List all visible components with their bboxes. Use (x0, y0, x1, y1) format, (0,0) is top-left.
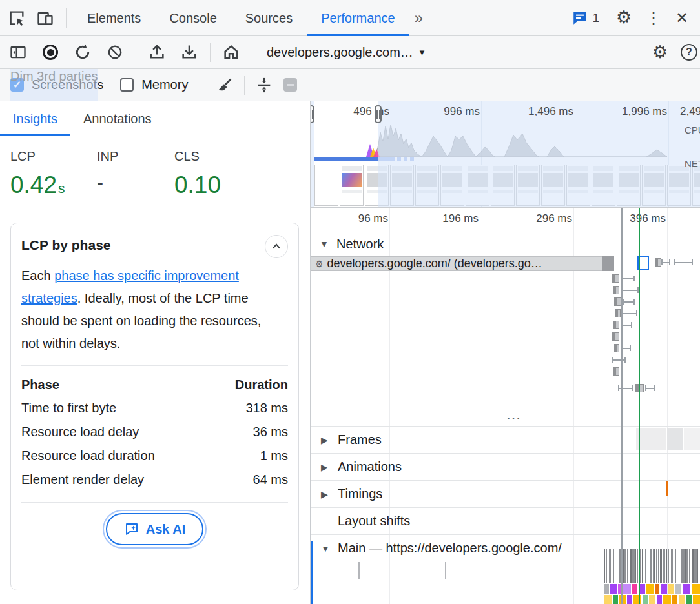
task-stripe[interactable] (642, 549, 643, 583)
network-request-bar[interactable] (612, 332, 619, 341)
flamechart-row[interactable] (604, 584, 700, 594)
task-stripe[interactable] (663, 549, 664, 583)
task-stripe[interactable] (653, 549, 654, 583)
upload-profile-icon[interactable] (145, 41, 169, 64)
home-icon[interactable] (220, 41, 243, 64)
task-stripe[interactable] (645, 549, 646, 583)
flame-segment[interactable] (613, 595, 618, 604)
flame-segment[interactable] (604, 584, 609, 594)
chevron-expanded-icon[interactable]: ▼ (321, 543, 331, 554)
filmstrip-frame[interactable] (340, 165, 364, 206)
frame-block[interactable] (636, 428, 666, 450)
task-stripe[interactable] (686, 549, 688, 583)
kebab-menu-icon[interactable]: ⋮ (642, 6, 665, 30)
task-stripe[interactable] (658, 549, 659, 583)
frame-block[interactable] (684, 428, 700, 450)
metric-lcp[interactable]: LCP 0.42s (10, 149, 97, 199)
tab-annotations[interactable]: Annotations (70, 101, 165, 136)
flame-segment[interactable] (610, 584, 617, 594)
flame-segment[interactable] (623, 584, 631, 594)
frame-block[interactable] (667, 428, 683, 450)
network-request-bar[interactable] (613, 321, 619, 329)
flame-segment[interactable] (672, 595, 677, 604)
flamechart-row[interactable] (604, 595, 700, 604)
close-icon[interactable]: ✕ (670, 6, 694, 30)
help-icon[interactable]: ? (681, 44, 697, 61)
flame-segment[interactable] (675, 584, 681, 594)
network-track-header[interactable]: ▼ Network (311, 234, 700, 254)
inspect-element-icon[interactable] (5, 6, 28, 30)
ask-ai-button[interactable]: Ask AI (106, 513, 204, 545)
task-stripe[interactable] (644, 549, 644, 583)
task-stripe[interactable] (635, 549, 636, 583)
task-stripe[interactable] (604, 549, 605, 583)
network-request-bar[interactable] (615, 309, 621, 317)
task-stripe[interactable] (637, 549, 638, 583)
tab-sources[interactable]: Sources (231, 0, 307, 36)
task-stripe[interactable] (675, 549, 676, 583)
task-stripe[interactable] (627, 549, 628, 583)
task-stripe[interactable] (692, 549, 694, 583)
task-stripe[interactable] (617, 549, 617, 583)
flame-segment[interactable] (604, 595, 612, 604)
flame-segment[interactable] (663, 595, 671, 604)
task-stripe[interactable] (674, 549, 674, 583)
task-stripe[interactable] (632, 549, 633, 583)
flame-segment[interactable] (646, 584, 654, 594)
memory-checkbox[interactable] (120, 78, 134, 92)
task-stripe[interactable] (697, 549, 698, 583)
flame-segment[interactable] (657, 595, 662, 604)
task-stripe[interactable] (648, 549, 648, 583)
task-stripe[interactable] (630, 549, 632, 583)
flame-segment[interactable] (633, 595, 641, 604)
task-stripe[interactable] (619, 549, 621, 583)
capture-settings-gear-icon[interactable]: ⚙ (648, 41, 672, 64)
tab-elements[interactable]: Elements (73, 0, 155, 36)
chevron-expanded-icon[interactable]: ▼ (320, 239, 330, 249)
flame-segment[interactable] (655, 584, 659, 594)
reload-and-record-icon[interactable] (71, 41, 94, 64)
issues-counter[interactable]: 1 (571, 10, 599, 26)
task-stripe[interactable] (677, 549, 677, 583)
timing-marker[interactable] (666, 481, 668, 496)
flame-segment[interactable] (668, 584, 674, 594)
metric-cls[interactable]: CLS 0.10 (174, 149, 221, 199)
window-right-handle[interactable] (375, 105, 382, 123)
window-left-handle[interactable] (311, 105, 314, 123)
task-stripe[interactable] (633, 549, 635, 583)
network-request-bar[interactable] (655, 258, 661, 267)
task-stripe[interactable] (613, 549, 614, 583)
record-icon[interactable] (39, 41, 62, 64)
chevron-collapsed-icon[interactable]: ▶ (321, 435, 331, 445)
task-stripe[interactable] (679, 549, 679, 583)
network-request-bar[interactable]: ⚙ developers.google.com/ (developers.go… (311, 256, 614, 271)
task-stripe[interactable] (612, 549, 612, 583)
more-tabs-icon[interactable]: » (409, 9, 428, 27)
task-stripe[interactable] (694, 549, 695, 583)
flame-segment[interactable] (649, 595, 655, 604)
show-more-requests-button[interactable]: … (501, 410, 527, 419)
timeline-overview-minimap[interactable]: 496 ms 996 ms 1,496 ms 1,996 ms 2,496 ms… (311, 101, 700, 208)
flame-segment[interactable] (683, 584, 690, 594)
tab-console[interactable]: Console (155, 0, 231, 36)
device-toolbar-icon[interactable] (34, 6, 57, 30)
task-stripe[interactable] (671, 549, 673, 583)
flame-segment[interactable] (693, 595, 700, 604)
filmstrip-frame[interactable] (314, 165, 338, 206)
tab-performance[interactable]: Performance (307, 0, 409, 36)
download-profile-icon[interactable] (178, 41, 201, 64)
task-stripe[interactable] (664, 549, 665, 583)
task-stripe[interactable] (609, 549, 611, 583)
flame-segment[interactable] (632, 584, 637, 594)
network-request-bar[interactable] (613, 286, 619, 294)
network-request-bar[interactable] (612, 274, 619, 283)
layout-shifts-track[interactable]: Layout shifts (311, 507, 700, 534)
task-stripe[interactable] (656, 549, 657, 583)
network-request-bar[interactable] (613, 367, 619, 376)
flame-segment[interactable] (686, 595, 692, 604)
task-stripe[interactable] (668, 549, 669, 583)
flame-segment[interactable] (661, 584, 667, 594)
flame-segment[interactable] (643, 595, 648, 604)
tab-insights[interactable]: Insights (0, 101, 70, 136)
metric-inp[interactable]: INP - (97, 149, 174, 199)
